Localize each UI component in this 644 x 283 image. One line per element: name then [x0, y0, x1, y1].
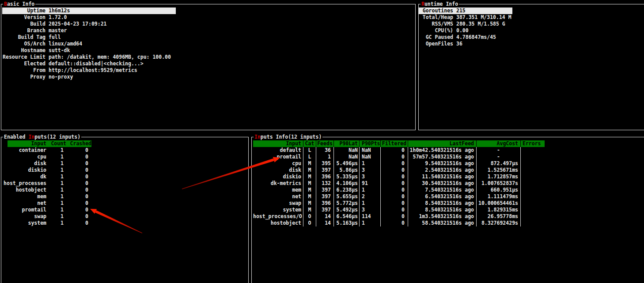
info-row[interactable]: CPU(%)0.00 — [419, 27, 512, 34]
cell-errors — [521, 220, 545, 226]
info-row[interactable]: OpenFiles36 — [419, 41, 512, 47]
info-row[interactable]: Hostnamesutt-dk — [2, 47, 176, 54]
info-row[interactable]: Total/Heap387.351 M/310.14 M — [419, 14, 512, 21]
column-header-feeds: Feeds — [316, 140, 334, 147]
cell-lastfeed: 1h0m42.540321516s ago — [408, 147, 477, 154]
cell-errors — [521, 213, 545, 220]
cell-cat: M — [303, 174, 316, 180]
cell-crashed: 0 — [66, 167, 91, 174]
cell-crashed: 0 — [66, 220, 91, 226]
info-row[interactable]: Build Tagfull — [2, 34, 176, 41]
panel-basic-info: Basic Info Uptime1h6m12sVersion1.72.0Bui… — [1, 4, 416, 130]
table-row[interactable]: disk10 — [2, 160, 91, 167]
cell-p90pts: 1 — [360, 187, 381, 193]
row-label: Build — [2, 21, 45, 27]
table-row[interactable]: swap10 — [2, 213, 91, 220]
row-label: Elected — [2, 60, 45, 67]
cell-feeds: 396 — [316, 174, 334, 180]
table-row[interactable]: defaultL36NaNNaN01h0m42.540321516s ago- — [253, 147, 545, 154]
cell-feeds: 397 — [316, 167, 334, 174]
column-header-lastfeed: LastFeed — [408, 140, 477, 147]
info-row[interactable]: OS/Archlinux/amd64 — [2, 41, 176, 47]
table-row[interactable]: mem10 — [2, 193, 91, 200]
cell-count: 1 — [46, 167, 66, 174]
cell-p90pts: 114 — [360, 213, 381, 220]
cell-cat: M — [303, 167, 316, 174]
cell-filtered: 0 — [381, 187, 408, 193]
info-row[interactable]: Electeddefault::disabled|<checking...> — [2, 60, 176, 67]
cell-cat: M — [303, 187, 316, 193]
cell-input: mem — [2, 193, 46, 200]
cell-lastfeed: 9.540321516s ago — [408, 160, 477, 167]
row-value: 0.00 — [456, 27, 469, 34]
cell-lastfeed: 30.540321516s ago — [408, 180, 477, 187]
table-row[interactable]: net10 — [2, 200, 91, 207]
cell-filtered: 0 — [381, 154, 408, 160]
basic-info-list: Uptime1h6m12sVersion1.72.0Build2025-04-2… — [2, 8, 176, 80]
row-label: Total/Heap — [419, 14, 453, 21]
cell-errors — [521, 180, 545, 187]
cell-avgcost: 1.007652837s — [477, 180, 521, 187]
table-row[interactable]: system10 — [2, 220, 91, 226]
table-row[interactable]: diskioM3965.335µs3011.540321516s ago1.71… — [253, 174, 545, 180]
cell-input: swap — [253, 200, 303, 207]
cell-avgcost: 872.497µs — [477, 160, 521, 167]
table-row[interactable]: hostobject10 — [2, 187, 91, 193]
cell-p90lat: 6.546µs — [334, 213, 360, 220]
table-row[interactable]: host_processes/OO146.546µs11401m3.540321… — [253, 213, 545, 220]
info-row[interactable]: Fromhttp://localhost:9529/metrics — [2, 67, 176, 74]
table-row[interactable]: diskM3975.86µs302.540321516s ago1.525671… — [253, 167, 545, 174]
info-row[interactable]: Uptime1h6m12s — [2, 8, 176, 14]
cell-feeds: 397 — [316, 187, 334, 193]
cell-p90lat: 5.163µs — [334, 220, 360, 226]
info-row[interactable]: Resource Limitpath: /datakit, mem: 4096M… — [2, 54, 176, 60]
table-row[interactable]: host_processes10 — [2, 180, 91, 187]
table-row[interactable]: dk-metricsM1324.106µs91030.540321516s ag… — [253, 180, 545, 187]
cell-feeds: 36 — [316, 147, 334, 154]
table-row[interactable]: promtail10 — [2, 207, 91, 213]
table-row[interactable]: cpu10 — [2, 154, 91, 160]
row-value: default::disabled|<checking...> — [49, 60, 144, 67]
info-row[interactable]: Goroutines215 — [419, 8, 512, 14]
info-row[interactable]: RSS/VMS280.35 M/1.585 G — [419, 21, 512, 27]
table-row[interactable]: cpuM3955.496µs109.540321516s ago872.497µ… — [253, 160, 545, 167]
table-row[interactable]: diskio10 — [2, 167, 91, 174]
row-value: http://localhost:9529/metrics — [49, 67, 137, 74]
cell-input: disk — [253, 167, 303, 174]
table-row[interactable]: netM3975.655µs206.540321516s ago1.111479… — [253, 193, 545, 200]
row-label: RSS/VMS — [419, 21, 453, 27]
table-row[interactable]: promtailL1NaNNaN057m57.540321516s ago- — [253, 154, 545, 160]
cell-errors — [521, 193, 545, 200]
table-row[interactable]: systemM3975.492µs308.540321516s ago1.829… — [253, 207, 545, 213]
cell-crashed: 0 — [66, 180, 91, 187]
table-row[interactable]: dk10 — [2, 174, 91, 180]
info-row[interactable]: Build2025-04-23 17:09:21 — [2, 21, 176, 27]
cell-filtered: 0 — [381, 147, 408, 154]
cell-cat: M — [303, 200, 316, 207]
info-row[interactable]: GC Paused4.786847ms/45 — [419, 34, 512, 41]
title-post: untime Info — [424, 1, 458, 7]
table-row[interactable]: swapM3965.772µs108.540321516s ago10.0006… — [253, 200, 545, 207]
cell-feeds: 397 — [316, 193, 334, 200]
info-row[interactable]: Branchmaster — [2, 27, 176, 34]
info-row[interactable]: Proxyno-proxy — [2, 74, 176, 80]
cell-input: container — [2, 147, 46, 154]
table-row[interactable]: memM3976.238µs107.540321516s ago660.951µ… — [253, 187, 545, 193]
cell-input: swap — [2, 213, 46, 220]
cell-avgcost: 26.95778ms — [477, 213, 521, 220]
column-header-avgcost: AvgCost — [477, 140, 521, 147]
cell-count: 1 — [46, 200, 66, 207]
cell-lastfeed: 1m3.540321516s ago — [408, 213, 477, 220]
panel-title-runtime-info: Runtime Info — [420, 1, 459, 8]
title-post: asic Info — [7, 1, 34, 7]
cell-input: cpu — [253, 160, 303, 167]
cell-errors — [521, 154, 545, 160]
table-row[interactable]: container10 — [2, 147, 91, 154]
cell-count: 1 — [46, 193, 66, 200]
cell-feeds: 396 — [316, 200, 334, 207]
cell-lastfeed: 6.540321516s ago — [408, 193, 477, 200]
cell-input: cpu — [2, 154, 46, 160]
info-row[interactable]: Version1.72.0 — [2, 14, 176, 21]
table-row[interactable]: hostobjectO145.163µs1058.540321516s ago8… — [253, 220, 545, 226]
table-header-row: InputCatFeedsP90LatP90PtsFilteredLastFee… — [253, 140, 545, 147]
